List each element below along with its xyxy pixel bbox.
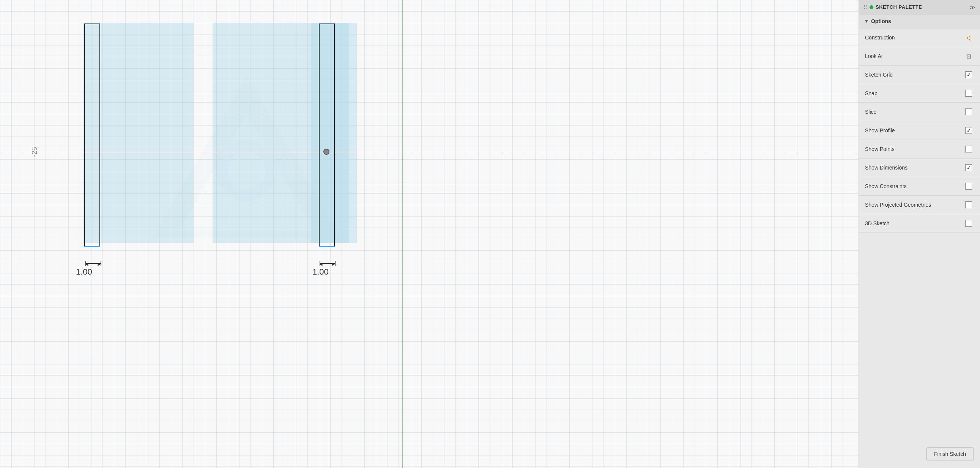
checkbox-sketch-grid[interactable] [965,71,972,78]
look-at-control[interactable]: ⊡ [963,51,974,62]
canvas-area[interactable]: -25 ◄ ► 1.00 ◄ ► 1.00 [0,0,859,468]
sketch-rect-right [319,24,335,247]
option-row-show-points: Show Points [859,140,980,159]
3d-sketch-checkbox[interactable] [963,218,974,229]
panel-header: ⠿ SKETCH PALETTE ≫ [859,0,980,14]
option-label-show-projected: Show Projected Geometries [865,202,931,208]
show-projected-checkbox[interactable] [963,200,974,210]
blue-highlight-right [319,246,335,247]
option-row-look-at: Look At ⊡ [859,47,980,66]
finish-sketch-button[interactable]: Finish Sketch [926,447,974,460]
point-marker [323,149,329,155]
look-at-icon: ⊡ [966,53,971,60]
show-constraints-checkbox[interactable] [963,181,974,192]
checkbox-snap[interactable] [965,90,972,97]
show-points-checkbox[interactable] [963,144,974,154]
section-header-options[interactable]: ▼ Options [859,14,980,29]
show-profile-checkbox[interactable] [963,125,974,136]
option-label-show-dimensions: Show Dimensions [865,165,907,171]
blue-highlight-left [84,246,100,247]
construction-icon: ◁ [966,33,971,42]
snap-checkbox[interactable] [963,88,974,98]
sketch-palette-panel: ⠿ SKETCH PALETTE ≫ ▼ Options Constructio… [859,0,980,468]
section-arrow-icon: ▼ [864,19,869,24]
checkbox-show-points[interactable] [965,146,972,152]
option-label-look-at: Look At [865,53,883,59]
option-label-show-points: Show Points [865,146,895,152]
option-row-3d-sketch: 3D Sketch [859,214,980,233]
option-row-sketch-grid: Sketch Grid [859,66,980,84]
sketch-rect-left [84,24,100,247]
checkbox-show-profile[interactable] [965,127,972,134]
option-label-sketch-grid: Sketch Grid [865,72,893,78]
option-label-construction: Construction [865,35,895,41]
option-row-slice: Slice [859,103,980,121]
vertical-axis [402,0,403,468]
option-row-show-projected: Show Projected Geometries [859,196,980,214]
option-label-snap: Snap [865,90,878,96]
option-row-show-constraints: Show Constraints [859,177,980,196]
panel-content: ▼ Options Construction ◁ Look At ⊡ Sketc… [859,14,980,468]
panel-grip-icon[interactable]: ⠿ [864,4,867,10]
option-row-construction: Construction ◁ [859,29,980,47]
horizontal-axis [0,152,859,152]
option-label-show-constraints: Show Constraints [865,183,907,189]
option-label-show-profile: Show Profile [865,127,895,133]
construction-control[interactable]: ◁ [963,32,974,43]
checkbox-show-constraints[interactable] [965,183,972,190]
panel-header-left: ⠿ SKETCH PALETTE [864,4,922,10]
panel-expand-icon[interactable]: ≫ [970,4,975,10]
option-label-slice: Slice [865,109,877,115]
slice-checkbox[interactable] [963,106,974,117]
checkbox-show-dimensions[interactable] [965,164,972,171]
option-row-show-profile: Show Profile [859,121,980,140]
option-label-3d-sketch: 3D Sketch [865,221,890,227]
axis-y-label: -25 [31,147,39,157]
option-row-show-dimensions: Show Dimensions [859,159,980,177]
option-row-snap: Snap [859,84,980,103]
checkbox-show-projected[interactable] [965,201,972,208]
sketch-grid-checkbox[interactable] [963,70,974,80]
show-dimensions-checkbox[interactable] [963,162,974,173]
checkbox-slice[interactable] [965,108,972,115]
section-title-options: Options [871,18,891,24]
panel-status-dot [870,5,873,9]
panel-title: SKETCH PALETTE [876,4,922,10]
checkbox-3d-sketch[interactable] [965,220,972,227]
